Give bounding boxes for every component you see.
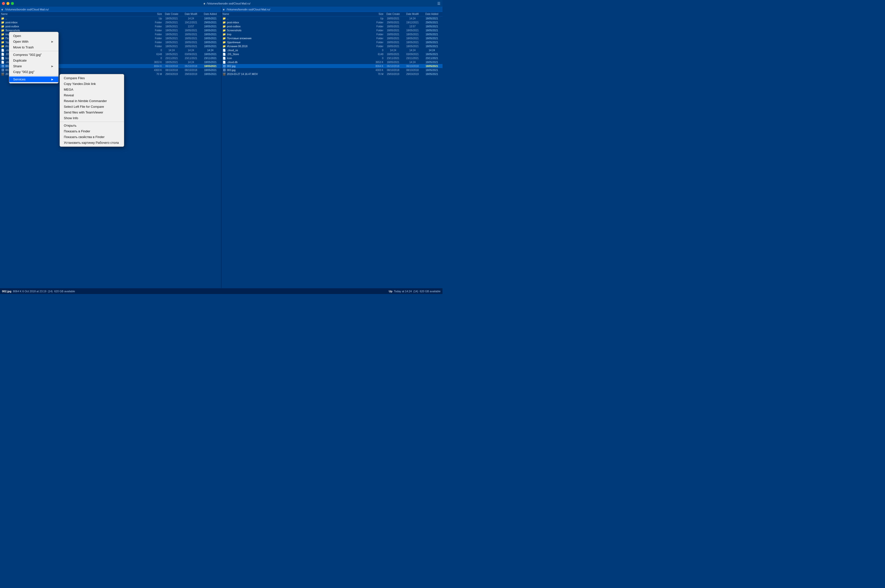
file-type-icon: 📁 xyxy=(1,45,4,48)
submenu-item-reveal[interactable]: Reveal xyxy=(60,92,124,98)
right-col-datecreate-header[interactable]: Date Create xyxy=(383,13,403,15)
ctx-duplicate-label: Duplicate xyxy=(13,58,27,62)
left-col-headers: Name Size Date Create Date Modifi Date A… xyxy=(0,12,221,16)
file-date-mod: 18/05/2021 xyxy=(403,37,422,40)
file-date-add: 18/05/2021 xyxy=(201,33,220,36)
list-item[interactable]: 📁 tmp Folder 18/05/2021 18/05/2021 18/05… xyxy=(222,32,442,36)
list-item[interactable]: 🖼 002.jpg 8064 K 06/10/2018 06/10/2018 1… xyxy=(222,64,442,68)
right-col-name-header[interactable]: Name xyxy=(222,13,366,15)
ctx-item-open[interactable]: Open xyxy=(9,33,58,39)
titlebar: e /Volumes/borodin ssd/Cloud Mail.ru/ ☰ xyxy=(0,0,442,7)
list-item[interactable]: 📁 .. Up 18/05/2021 14:24 18/05/2021 xyxy=(0,16,221,20)
ctx-item-share[interactable]: Share ▶ xyxy=(9,63,58,69)
services-submenu: Compare Files Copy Yandex.Disk link MEGA… xyxy=(60,74,124,147)
file-type-icon: 📁 xyxy=(1,25,4,28)
file-type-icon: 📁 xyxy=(1,40,4,44)
file-date-mod: 18/05/2021 xyxy=(181,33,201,36)
file-date-create: 18/05/2021 xyxy=(383,53,403,56)
submenu-item-compare-files[interactable]: Compare Files xyxy=(60,75,124,81)
submenu-item-show-finder[interactable]: Показать в Finder xyxy=(60,128,124,134)
file-size: Folder xyxy=(366,33,383,36)
file-size: 0 xyxy=(366,57,383,60)
list-item[interactable]: 📄 .DS_Store 6148 18/05/2021 03/09/2021 1… xyxy=(222,52,442,56)
file-size: Up xyxy=(144,17,162,20)
submenu-item-reveal-nimble[interactable]: Reveal in Nimble Commander xyxy=(60,98,124,104)
ctx-item-compress[interactable]: Compress "002.jpg" xyxy=(9,52,58,58)
list-item[interactable]: 📄 .cloud.db 3653 K 18/05/2021 14:24 18/0… xyxy=(222,60,442,64)
context-menu: Open Open With ▶ Move to Trash Compress … xyxy=(9,32,58,83)
submenu-item-set-wallpaper[interactable]: Установить картинку Рабочего стола xyxy=(60,140,124,146)
hamburger-icon[interactable]: ☰ xyxy=(437,2,441,6)
file-size: 8064 K xyxy=(366,65,383,68)
list-item[interactable]: 📁 post-inbox Folder 29/05/2021 19/12/202… xyxy=(0,20,221,24)
list-item[interactable]: 📁 Испания 08.2018 Folder 18/05/2021 18/0… xyxy=(222,44,442,48)
list-item[interactable]: 🎬 2019-03-27 14.16.47.MOV 70 M 29/03/201… xyxy=(222,72,442,76)
file-type-icon: 🎬 xyxy=(222,72,226,76)
file-date-mod: 19/12/2021 xyxy=(403,21,422,24)
list-item[interactable]: 📁 Почтовые вложения Folder 18/05/2021 18… xyxy=(222,36,442,40)
list-item[interactable]: 📁 post-inbox Folder 29/05/2021 19/12/202… xyxy=(222,20,442,24)
left-panel-path: e /Volumes/borodin ssd/Cloud Mail.ru/ xyxy=(17,2,437,5)
list-item[interactable]: 📄 .cloud_ss 0 14:24 14:24 14:24 xyxy=(222,48,442,52)
list-item[interactable]: 📁 Screenshots Folder 18/05/2021 18/05/20… xyxy=(222,28,442,32)
submenu-item-mega[interactable]: MEGA xyxy=(60,87,124,92)
col-size-header[interactable]: Size xyxy=(144,13,162,15)
submenu-item-select-left[interactable]: Select Left File for Compare xyxy=(60,104,124,110)
minimize-button[interactable] xyxy=(6,2,9,5)
submenu-item-show-props[interactable]: Показать свойства в Finder xyxy=(60,134,124,140)
ctx-item-duplicate[interactable]: Duplicate xyxy=(9,58,58,63)
ctx-open-with-label: Open With xyxy=(13,40,28,44)
file-date-add: 23/11/2021 xyxy=(422,57,441,60)
list-item[interactable]: 📁 post-outbox Folder 18/05/2021 13:57 18… xyxy=(0,24,221,28)
close-button[interactable] xyxy=(2,2,5,5)
ctx-item-open-with[interactable]: Open With ▶ xyxy=(9,39,58,45)
file-type-icon: 📁 xyxy=(222,21,226,24)
ctx-item-copy[interactable]: Copy "002.jpg" xyxy=(9,69,58,75)
right-col-size-header[interactable]: Size xyxy=(366,13,383,15)
list-item[interactable]: 🖼 003.jpg 4303 K 08/10/2018 08/10/2018 1… xyxy=(222,68,442,72)
file-date-mod: 14:24 xyxy=(403,17,422,20)
list-item[interactable]: 📁 post-outbox Folder 18/05/2021 13:57 18… xyxy=(222,24,442,28)
file-name: Screenshots xyxy=(227,29,366,32)
col-name-header[interactable]: Name xyxy=(1,13,144,15)
right-col-datemod-header[interactable]: Date Modifi xyxy=(403,13,422,15)
col-datemod-header[interactable]: Date Modifi xyxy=(181,13,201,15)
submenu-item-copy-yandex[interactable]: Copy Yandex.Disk link xyxy=(60,81,124,87)
submenu-item-open-ru[interactable]: Открыть xyxy=(60,123,124,128)
file-date-add: 18/05/2021 xyxy=(201,41,220,44)
file-date-add: 18/05/2021 xyxy=(201,73,220,75)
submenu-mega-label: MEGA xyxy=(64,88,73,92)
file-date-add: 18/05/2021 xyxy=(422,41,441,44)
left-panel-header: e /Volumes/borodin ssd/Cloud Mail.ru/ xyxy=(0,7,221,12)
file-name: 002.jpg xyxy=(227,64,366,68)
col-datecreate-header[interactable]: Date Create xyxy=(162,13,181,15)
file-date-mod: 14:24 xyxy=(403,61,422,64)
file-date-mod: 18/05/2021 xyxy=(181,41,201,44)
submenu-item-teamviewer[interactable]: Send files with TeamViewer xyxy=(60,110,124,115)
submenu-compare-label: Compare Files xyxy=(64,76,85,80)
status-right-count: (14) xyxy=(414,290,418,293)
file-size: 0 xyxy=(144,49,162,52)
right-col-dateadd-header[interactable]: Date Added xyxy=(422,13,441,15)
file-date-create: 29/05/2021 xyxy=(383,21,403,24)
list-item[interactable]: 📄 Icon 0 23/11/2021 23/11/2021 23/11/202… xyxy=(222,56,442,60)
list-item[interactable]: 📁 Удалённые Folder 18/05/2021 18/05/2021… xyxy=(222,40,442,44)
file-size: Folder xyxy=(144,29,162,32)
file-size: 70 M xyxy=(144,73,162,75)
file-date-add: 14:24 xyxy=(422,49,441,52)
maximize-button[interactable] xyxy=(11,2,14,5)
statusbar-left: 002.jpg 8064 K 6 Oct 2018 at 23:19 (14) … xyxy=(2,290,384,293)
status-count: (14) xyxy=(48,290,53,293)
file-date-mod: 06/10/2018 xyxy=(403,65,422,68)
col-dateadd-header[interactable]: Date Added xyxy=(201,13,220,15)
right-panel-letter: e xyxy=(223,8,225,11)
file-date-add: 18/05/2021 xyxy=(422,29,441,32)
file-size: Up xyxy=(366,17,383,20)
submenu-item-show-info[interactable]: Show Info xyxy=(60,115,124,121)
ctx-item-move-to-trash[interactable]: Move to Trash xyxy=(9,45,58,50)
ctx-item-services[interactable]: Services ▶ xyxy=(9,76,58,82)
submenu-reveal-label: Reveal xyxy=(64,93,74,97)
file-date-create: 18/05/2021 xyxy=(383,37,403,40)
list-item[interactable]: 📁 .. Up 18/05/2021 14:24 18/05/2021 xyxy=(222,16,442,20)
right-panel-path-label: /Volumes/borodin ssd/Cloud Mail.ru/ xyxy=(226,8,270,11)
